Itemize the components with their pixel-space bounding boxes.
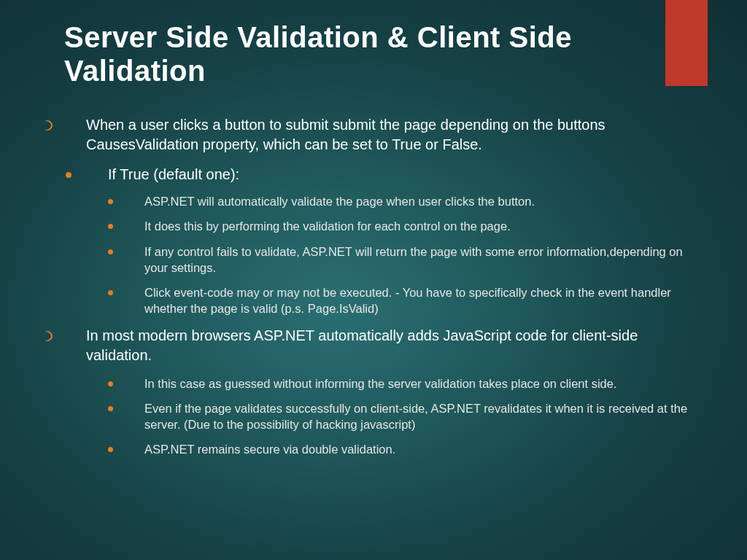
list-item: ASP.NET will automatically validate the … bbox=[64, 193, 703, 209]
list-item: Click event-code may or may not be execu… bbox=[64, 284, 703, 317]
list-item: Even if the page validates successfully … bbox=[64, 400, 703, 433]
slide: Server Side Validation & Client Side Val… bbox=[0, 0, 747, 458]
list-item: In this case as guessed without informin… bbox=[64, 376, 703, 392]
bullet-list: When a user clicks a button to submit su… bbox=[64, 115, 703, 458]
list-item: If any control fails to validate, ASP.NE… bbox=[64, 244, 703, 276]
list-item: It does this by performing the validatio… bbox=[64, 218, 703, 234]
list-item: In most modern browsers ASP.NET automati… bbox=[64, 326, 703, 365]
list-item: When a user clicks a button to submit su… bbox=[64, 115, 703, 155]
slide-title: Server Side Validation & Client Side Val… bbox=[64, 20, 619, 88]
accent-bar bbox=[665, 0, 708, 86]
list-item: If True (default one): bbox=[64, 165, 703, 184]
list-item: ASP.NET remains secure via double valida… bbox=[64, 441, 703, 457]
